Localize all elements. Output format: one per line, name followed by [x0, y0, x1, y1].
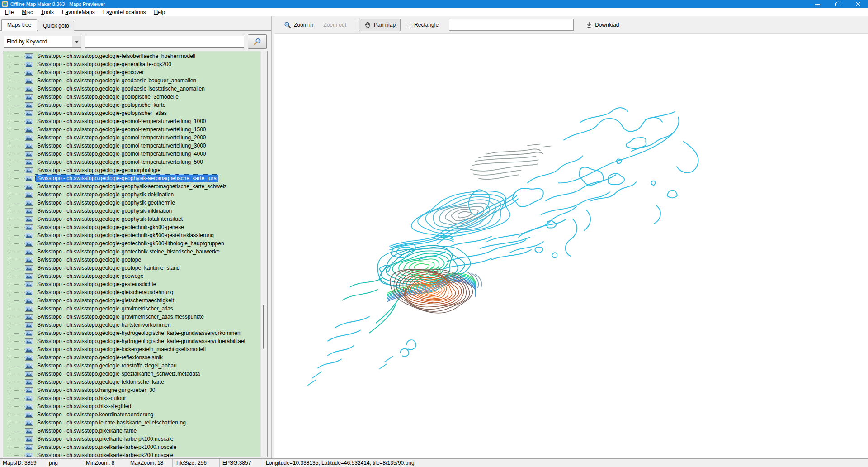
tree-item[interactable]: Swisstopo - ch.swisstopo.geologie-hartst…: [3, 321, 260, 329]
tree-item[interactable]: Swisstopo - ch.swisstopo.geologie-geoweg…: [3, 272, 260, 280]
menu-item-help[interactable]: Help: [150, 9, 170, 16]
tree-item[interactable]: Swisstopo - ch.swisstopo.geologie-locker…: [3, 345, 260, 353]
download-button[interactable]: Download: [581, 19, 624, 31]
pan-map-button[interactable]: Pan map: [359, 19, 401, 31]
tree-item-label: Swisstopo - ch.swisstopo.geologie-gletsc…: [36, 289, 175, 296]
tree-item[interactable]: Swisstopo - ch.swisstopo.geologie-geomor…: [3, 166, 260, 174]
tree-item[interactable]: Swisstopo - ch.swisstopo.geologie-geotop…: [3, 264, 260, 272]
menu-item-file[interactable]: File: [1, 9, 18, 16]
tree-scrollbar[interactable]: [260, 51, 267, 457]
zoom-out-button[interactable]: Zoom out: [318, 19, 351, 31]
tree-item-label: Swisstopo - ch.swisstopo.geologie-geomol…: [36, 150, 208, 157]
tree-item[interactable]: Swisstopo - ch.swisstopo.geologie-geophy…: [3, 199, 260, 207]
tree-item[interactable]: Swisstopo - ch.swisstopo.geologie-geotec…: [3, 223, 260, 231]
tree-item[interactable]: Swisstopo - ch.swisstopo.geologie-hydrog…: [3, 337, 260, 345]
menu-item-favoritelocations[interactable]: FavoriteLocations: [99, 9, 150, 16]
tree-connector: [9, 81, 25, 81]
tree-item[interactable]: Swisstopo - ch.swisstopo.geologie-geomol…: [3, 142, 260, 150]
tree-item[interactable]: Swisstopo - ch.swisstopo.hangneigung-ueb…: [3, 386, 260, 394]
menu-item-misc[interactable]: Misc: [18, 9, 37, 16]
find-mode-value: Find by Keyword: [4, 38, 72, 45]
tree-item[interactable]: Swisstopo - ch.swisstopo.geologie-geophy…: [3, 174, 260, 182]
tree-item[interactable]: Swisstopo - ch.swisstopo.geologie-geotop…: [3, 256, 260, 264]
tree-item[interactable]: Swisstopo - ch.swisstopo.pixelkarte-farb…: [3, 443, 260, 451]
map-layer-icon: [25, 436, 33, 442]
rectangle-button[interactable]: Rectangle: [401, 19, 443, 31]
search-input[interactable]: [85, 36, 244, 48]
tree-item-label: Swisstopo - ch.swisstopo.geologie-geolog…: [36, 110, 168, 117]
tree-item[interactable]: Swisstopo - ch.swisstopo.geologie-geomol…: [3, 125, 260, 133]
tree-item[interactable]: Swisstopo - ch.swisstopo.geologie-geophy…: [3, 215, 260, 223]
tree-item[interactable]: Swisstopo - ch.swisstopo.geologie-geotec…: [3, 239, 260, 248]
tree-item[interactable]: Swisstopo - ch.swisstopo.geologie-genera…: [3, 60, 260, 68]
tree-item[interactable]: Swisstopo - ch.swisstopo.geologie-geolog…: [3, 109, 260, 117]
tree-item[interactable]: Swisstopo - ch.swisstopo.geologie-geocov…: [3, 68, 260, 76]
tree-item[interactable]: Swisstopo - ch.swisstopo.geologie-geophy…: [3, 182, 260, 191]
restore-button[interactable]: [827, 0, 848, 8]
tree-item[interactable]: Swisstopo - ch.swisstopo.geologie-tekton…: [3, 378, 260, 386]
tree-item[interactable]: Swisstopo - ch.swisstopo.pixelkarte-farb…: [3, 435, 260, 443]
tree-item[interactable]: Swisstopo - ch.swisstopo.geologie-gestei…: [3, 280, 260, 288]
tree-item[interactable]: Swisstopo - ch.swisstopo.geologie-geophy…: [3, 191, 260, 199]
tab-quick-goto[interactable]: Quick goto: [38, 21, 74, 31]
tree-item[interactable]: Swisstopo - ch.swisstopo.hiks-siegfried: [3, 402, 260, 410]
tree-item[interactable]: Swisstopo - ch.swisstopo.geologie-geomol…: [3, 150, 260, 158]
map-layer-icon: [25, 396, 33, 401]
map-layer-icon: [25, 379, 33, 385]
contour-line: [350, 278, 382, 287]
tree-item[interactable]: Swisstopo - ch.swisstopo.geologie-gletsc…: [3, 296, 260, 305]
find-mode-dropdown-button[interactable]: [72, 36, 81, 47]
tree-connector: [9, 121, 25, 122]
tree-connector: [9, 243, 25, 244]
maps-tree-container: Swisstopo - ch.swisstopo.geologie-felsob…: [3, 51, 268, 457]
tab-maps-tree[interactable]: Maps tree: [1, 19, 37, 31]
toolbar-input[interactable]: [449, 19, 574, 31]
tree-item[interactable]: Swisstopo - ch.swisstopo.geologie-gravim…: [3, 313, 260, 321]
map-preview[interactable]: [274, 34, 868, 458]
tree-item[interactable]: Swisstopo - ch.swisstopo.geologie-geolog…: [3, 93, 260, 101]
tree-item[interactable]: Swisstopo - ch.swisstopo.geologie-geomol…: [3, 158, 260, 166]
tree-item[interactable]: Swisstopo - ch.swisstopo.geologie-hydrog…: [3, 329, 260, 337]
tree-item[interactable]: Swisstopo - ch.swisstopo.geologie-reflex…: [3, 353, 260, 362]
tree-item[interactable]: Swisstopo - ch.swisstopo.geologie-geolog…: [3, 101, 260, 109]
map-layer-icon: [25, 265, 33, 271]
tree-item[interactable]: Swisstopo - ch.swisstopo.pixelkarte-farb…: [3, 451, 260, 457]
tree-item[interactable]: Swisstopo - ch.swisstopo.koordinatenaend…: [3, 410, 260, 419]
zoom-in-button[interactable]: Zoom in: [279, 19, 318, 31]
map-layer-icon: [25, 338, 33, 344]
window-title: Offline Map Maker 8.363 - Maps Previewer: [10, 1, 105, 7]
contour-line: [564, 118, 662, 140]
map-layer-icon: [25, 53, 33, 59]
menu-item-favoritemaps[interactable]: FavoriteMaps: [58, 9, 99, 16]
tree-item-label: Swisstopo - ch.swisstopo.geologie-hartst…: [36, 321, 172, 329]
map-layer-icon: [25, 404, 33, 410]
tree-item[interactable]: Swisstopo - ch.swisstopo.geologie-geodae…: [3, 85, 260, 93]
tree-connector: [9, 309, 25, 309]
tree-item[interactable]: Swisstopo - ch.swisstopo.pixelkarte-farb…: [3, 427, 260, 435]
tree-item[interactable]: Swisstopo - ch.swisstopo.geologie-gletsc…: [3, 288, 260, 296]
tree-item-label: Swisstopo - ch.swisstopo.geologie-geophy…: [36, 215, 184, 223]
tree-connector: [9, 374, 25, 374]
tree-item[interactable]: Swisstopo - ch.swisstopo.geologie-rohsto…: [3, 362, 260, 370]
tree-item[interactable]: Swisstopo - ch.swisstopo.geologie-gravim…: [3, 305, 260, 313]
tree-item[interactable]: Swisstopo - ch.swisstopo.geologie-spezia…: [3, 370, 260, 378]
tree-item-label: Swisstopo - ch.swisstopo.pixelkarte-farb…: [36, 452, 175, 457]
minimize-button[interactable]: [807, 0, 827, 8]
tree-item[interactable]: Swisstopo - ch.swisstopo.geologie-felsob…: [3, 52, 260, 60]
menu-item-tools[interactable]: Tools: [37, 9, 58, 16]
tree-item[interactable]: Swisstopo - ch.swisstopo.leichte-basiska…: [3, 419, 260, 427]
tree-item[interactable]: Swisstopo - ch.swisstopo.geologie-geomol…: [3, 133, 260, 142]
tree-item[interactable]: Swisstopo - ch.swisstopo.geologie-geotec…: [3, 248, 260, 256]
tree-item[interactable]: Swisstopo - ch.swisstopo.geologie-geotec…: [3, 231, 260, 239]
panel-splitter[interactable]: [271, 16, 274, 458]
tree-item[interactable]: Swisstopo - ch.swisstopo.geologie-geodae…: [3, 76, 260, 85]
tree-connector: [9, 276, 25, 276]
tree-item[interactable]: Swisstopo - ch.swisstopo.hiks-dufour: [3, 394, 260, 402]
find-mode-select[interactable]: Find by Keyword: [4, 36, 81, 48]
tree-item[interactable]: Swisstopo - ch.swisstopo.geologie-geomol…: [3, 117, 260, 125]
tree-connector: [9, 178, 25, 179]
search-button[interactable]: [248, 34, 267, 49]
close-button[interactable]: [848, 0, 868, 8]
tree-item[interactable]: Swisstopo - ch.swisstopo.geologie-geophy…: [3, 207, 260, 215]
tree-scrollbar-thumb[interactable]: [263, 305, 264, 349]
